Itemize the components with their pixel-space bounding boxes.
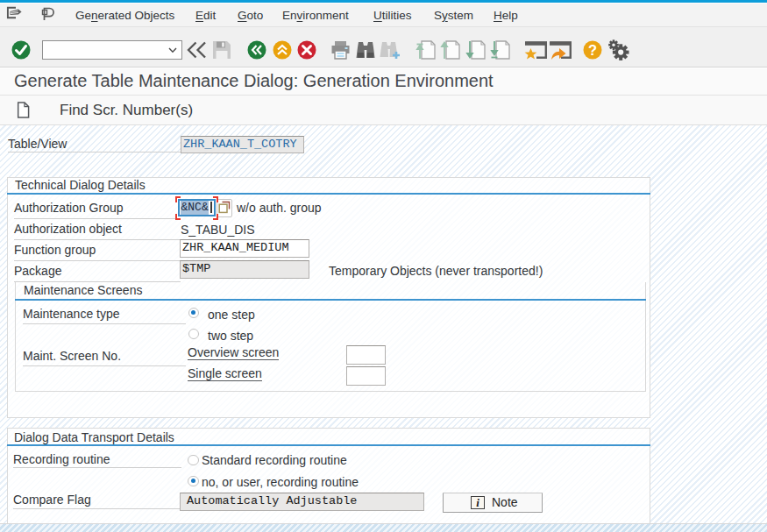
svg-text:?: ?: [588, 42, 597, 58]
